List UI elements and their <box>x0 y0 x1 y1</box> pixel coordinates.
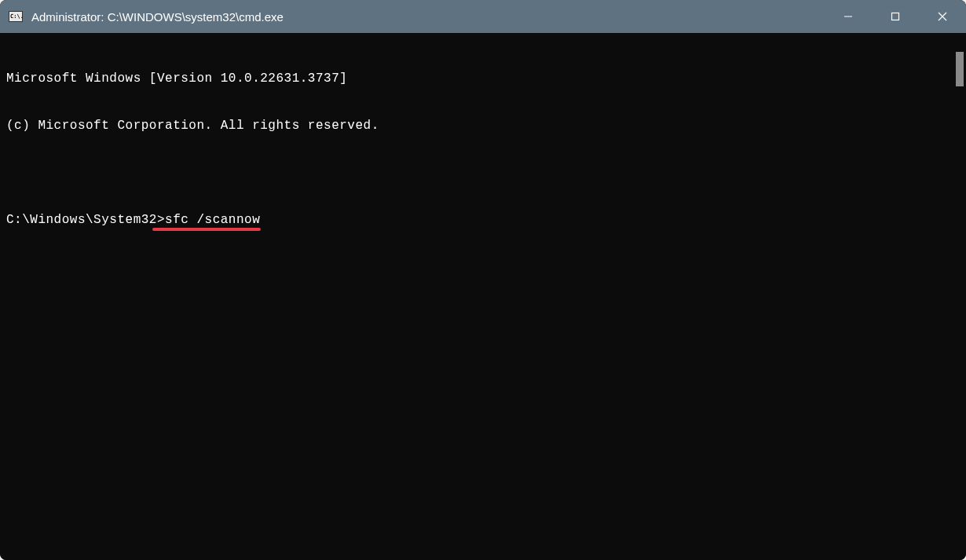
copyright-line: (c) Microsoft Corporation. All rights re… <box>6 118 960 134</box>
terminal-output: Microsoft Windows [Version 10.0.22631.37… <box>6 39 960 259</box>
scrollbar-thumb[interactable] <box>956 52 964 86</box>
version-line: Microsoft Windows [Version 10.0.22631.37… <box>6 71 960 86</box>
window-title: Administrator: C:\WINDOWS\system32\cmd.e… <box>31 10 825 24</box>
window-controls <box>825 0 966 33</box>
terminal-area[interactable]: Microsoft Windows [Version 10.0.22631.37… <box>0 33 966 560</box>
annotation-underline <box>152 228 261 231</box>
prompt-text: C:\Windows\System32> <box>6 212 165 228</box>
minimize-icon <box>843 12 853 21</box>
command-prompt-window: C:\. Administrator: C:\WINDOWS\system32\… <box>0 0 966 560</box>
maximize-icon <box>891 12 900 21</box>
maximize-button[interactable] <box>872 0 919 33</box>
close-icon <box>938 12 947 21</box>
prompt-line: C:\Windows\System32>sfc /scannow <box>6 212 960 228</box>
cmd-icon: C:\. <box>9 11 23 22</box>
app-icon: C:\. <box>8 9 24 24</box>
titlebar[interactable]: C:\. Administrator: C:\WINDOWS\system32\… <box>0 0 966 33</box>
scrollbar-track[interactable] <box>954 33 964 558</box>
close-button[interactable] <box>919 0 966 33</box>
command-text: sfc /scannow <box>165 212 260 228</box>
svg-rect-1 <box>892 13 899 20</box>
blank-line <box>6 165 960 181</box>
minimize-button[interactable] <box>825 0 872 33</box>
